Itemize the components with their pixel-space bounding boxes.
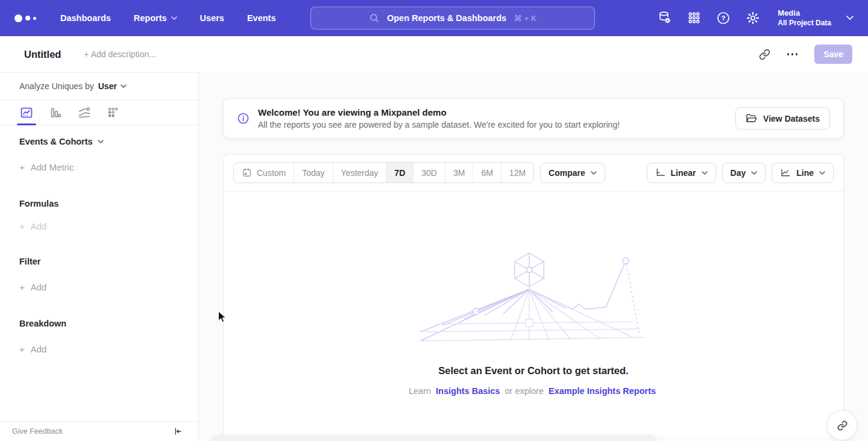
data-management-icon[interactable] bbox=[657, 10, 672, 25]
filter-label: Filter bbox=[19, 257, 40, 266]
plus-icon: + bbox=[19, 221, 25, 231]
tab-metrics-grid[interactable] bbox=[104, 100, 123, 125]
flow-icon bbox=[78, 106, 91, 119]
add-filter-label: Add bbox=[31, 282, 47, 292]
project-name: Media bbox=[778, 8, 831, 19]
formulas-label: Formulas bbox=[19, 199, 58, 208]
range-7d[interactable]: 7D bbox=[386, 163, 413, 183]
add-metric-button[interactable]: + Add Metric bbox=[19, 162, 179, 172]
range-12m[interactable]: 12M bbox=[501, 163, 533, 183]
chevron-down-icon bbox=[751, 171, 757, 175]
chevron-down-icon bbox=[591, 171, 597, 175]
banner-text: Welcome! You are viewing a Mixpanel demo… bbox=[258, 107, 620, 130]
tab-flow-chart[interactable] bbox=[75, 100, 94, 125]
tab-insights-line[interactable] bbox=[17, 100, 36, 125]
sidebar-footer: Give Feedback bbox=[0, 421, 198, 441]
sidebar-body: Events & Cohorts + Add Metric Formulas +… bbox=[0, 137, 198, 354]
main-nav: Dashboards Reports Users Events bbox=[60, 13, 275, 23]
link-icon bbox=[837, 421, 848, 431]
chevron-down-icon bbox=[171, 16, 177, 20]
content: Analyze Uniques by User bbox=[0, 72, 868, 441]
global-search-input[interactable]: Open Reports & Dashboards ⌘ + K bbox=[310, 7, 595, 30]
calendar-icon bbox=[242, 167, 252, 178]
nav-users[interactable]: Users bbox=[200, 13, 224, 23]
settings-gear-icon[interactable] bbox=[746, 11, 760, 25]
help-icon[interactable]: ? bbox=[716, 11, 731, 25]
collapse-sidebar-icon[interactable] bbox=[173, 427, 183, 436]
add-formula-label: Add bbox=[31, 221, 47, 231]
events-cohorts-header[interactable]: Events & Cohorts bbox=[19, 137, 179, 146]
range-3m[interactable]: 3M bbox=[445, 163, 473, 183]
copy-link-icon[interactable] bbox=[759, 49, 770, 60]
project-chevron-down-icon[interactable] bbox=[846, 16, 854, 20]
top-nav-right: ? Media All Project Data bbox=[657, 8, 854, 28]
chevron-down-icon bbox=[98, 140, 104, 143]
project-selector[interactable]: Media All Project Data bbox=[778, 8, 831, 28]
range-yesterday-label: Yesterday bbox=[341, 168, 379, 178]
range-today-label: Today bbox=[302, 168, 324, 178]
analyze-value-dropdown[interactable]: User bbox=[98, 81, 127, 91]
learn-prefix: Learn bbox=[409, 386, 431, 396]
add-formula-button[interactable]: + Add bbox=[19, 221, 179, 231]
chart-type-dropdown[interactable]: Line bbox=[772, 163, 834, 183]
more-options-button[interactable] bbox=[785, 51, 800, 58]
apps-grid-icon[interactable] bbox=[687, 11, 701, 25]
nav-events-label: Events bbox=[247, 13, 276, 23]
visualization-tabs bbox=[0, 100, 198, 125]
give-feedback-link[interactable]: Give Feedback bbox=[12, 427, 63, 436]
plus-icon: + bbox=[19, 344, 25, 354]
nav-dashboards[interactable]: Dashboards bbox=[60, 13, 111, 23]
chart-display-controls: Linear Day Line bbox=[647, 163, 834, 183]
scale-dropdown[interactable]: Linear bbox=[647, 163, 716, 183]
date-range-segmented-control: Custom Today Yesterday 7D 30D 3M 6M 12M bbox=[233, 162, 534, 183]
main-area: Welcome! You are viewing a Mixpanel demo… bbox=[199, 72, 868, 441]
scale-label: Linear bbox=[671, 168, 696, 178]
breakdown-header: Breakdown bbox=[19, 319, 179, 328]
search-placeholder: Open Reports & Dashboards bbox=[387, 13, 506, 23]
example-insights-reports-link[interactable]: Example Insights Reports bbox=[549, 386, 656, 396]
bar-chart-icon bbox=[49, 106, 62, 119]
top-nav: Dashboards Reports Users Events Open Rep… bbox=[0, 0, 868, 36]
nav-events[interactable]: Events bbox=[247, 13, 276, 23]
filter-header: Filter bbox=[19, 257, 179, 266]
add-metric-label: Add Metric bbox=[31, 162, 74, 172]
query-builder-sidebar: Analyze Uniques by User bbox=[0, 72, 199, 441]
view-datasets-label: View Datasets bbox=[763, 114, 820, 124]
add-breakdown-button[interactable]: + Add bbox=[19, 344, 179, 354]
mixpanel-logo[interactable] bbox=[14, 14, 36, 22]
range-30d[interactable]: 30D bbox=[413, 163, 445, 183]
range-6m[interactable]: 6M bbox=[473, 163, 500, 183]
project-scope: All Project Data bbox=[778, 19, 831, 28]
insights-chart-card: Custom Today Yesterday 7D 30D 3M 6M 12M … bbox=[223, 154, 844, 436]
report-title[interactable]: Untitled bbox=[24, 49, 61, 60]
bottom-panel-edge[interactable] bbox=[211, 435, 657, 441]
tab-bar-chart[interactable] bbox=[46, 100, 65, 125]
view-datasets-button[interactable]: View Datasets bbox=[735, 107, 830, 130]
banner-body: All the reports you see are powered by a… bbox=[258, 120, 620, 130]
plus-icon: + bbox=[19, 162, 25, 172]
add-filter-button[interactable]: + Add bbox=[19, 282, 179, 292]
range-yesterday[interactable]: Yesterday bbox=[333, 163, 386, 183]
range-12m-label: 12M bbox=[509, 168, 526, 178]
save-button[interactable]: Save bbox=[814, 45, 852, 64]
events-cohorts-label: Events & Cohorts bbox=[19, 137, 93, 146]
report-description-placeholder[interactable]: + Add description... bbox=[84, 49, 156, 59]
insights-basics-link[interactable]: Insights Basics bbox=[436, 386, 500, 396]
interval-dropdown[interactable]: Day bbox=[722, 163, 766, 183]
svg-text:?: ? bbox=[722, 14, 726, 22]
or-explore-text: or explore bbox=[505, 386, 543, 396]
axis-icon bbox=[655, 168, 665, 177]
dots-grid-icon bbox=[107, 106, 120, 119]
chart-controls: Custom Today Yesterday 7D 30D 3M 6M 12M … bbox=[224, 154, 843, 192]
nav-reports[interactable]: Reports bbox=[134, 13, 177, 23]
range-3m-label: 3M bbox=[453, 168, 465, 178]
banner-title: Welcome! You are viewing a Mixpanel demo bbox=[258, 107, 620, 117]
share-link-fab[interactable] bbox=[828, 411, 857, 440]
nav-users-label: Users bbox=[200, 13, 224, 23]
range-custom[interactable]: Custom bbox=[234, 163, 294, 183]
nav-reports-label: Reports bbox=[134, 13, 167, 23]
formulas-header: Formulas bbox=[19, 199, 179, 208]
range-today[interactable]: Today bbox=[294, 163, 332, 183]
chevron-down-icon bbox=[819, 171, 825, 175]
compare-dropdown[interactable]: Compare bbox=[540, 163, 605, 183]
